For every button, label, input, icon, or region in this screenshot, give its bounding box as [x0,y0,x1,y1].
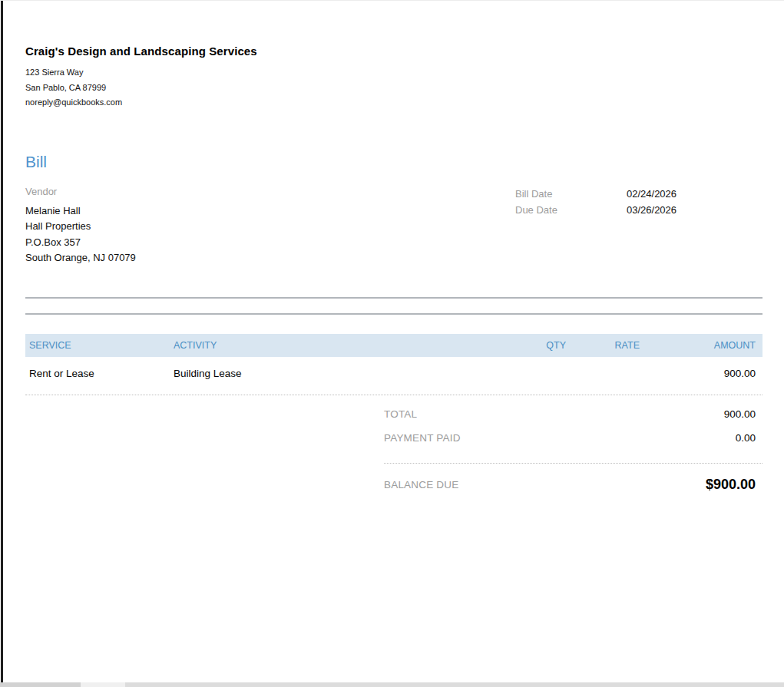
table-header-row: SERVICE ACTIVITY QTY RATE AMOUNT [25,334,762,357]
balance-due-label: BALANCE DUE [384,479,706,490]
vendor-address-line-1: P.O.Box 357 [25,235,136,251]
section-divider [25,297,762,315]
total-value: 900.00 [724,408,762,420]
line-items-table: SERVICE ACTIVITY QTY RATE AMOUNT Rent or… [25,334,762,395]
payment-paid-value: 0.00 [736,432,762,444]
balance-due-value: $900.00 [706,477,762,493]
payment-paid-label: PAYMENT PAID [384,432,736,444]
bill-document: Craig's Design and Landscaping Services … [0,1,784,683]
header-activity: ACTIVITY [174,340,489,351]
cell-rate [566,368,640,379]
cell-service: Rent or Lease [29,368,174,379]
cell-amount: 900.00 [640,368,756,379]
company-address-line-1: 123 Sierra Way [25,65,762,81]
vendor-address-line-2: South Orange, NJ 07079 [25,250,136,266]
company-header: Craig's Design and Landscaping Services … [25,1,762,111]
header-service: SERVICE [29,340,174,351]
cell-activity: Building Lease [174,368,489,379]
total-label: TOTAL [384,408,724,420]
totals-section: TOTAL 900.00 PAYMENT PAID 0.00 BALANCE D… [25,408,762,496]
scrollbar-track-gap [81,682,125,687]
company-email: noreply@quickbooks.com [25,95,762,111]
balance-due-row: BALANCE DUE $900.00 [25,474,762,496]
table-row: Rent or Lease Building Lease 900.00 [25,357,762,395]
company-name: Craig's Design and Landscaping Services [25,45,762,58]
horizontal-scrollbar[interactable] [0,682,784,687]
balance-divider [384,463,762,464]
total-row: TOTAL 900.00 [25,408,762,432]
cell-qty [489,368,566,379]
vendor-name: Melanie Hall [25,203,136,220]
payment-paid-row: PAYMENT PAID 0.00 [25,432,762,456]
scrollbar-thumb[interactable] [0,682,81,687]
bill-date-value: 02/24/2026 [627,186,676,203]
header-qty: QTY [489,340,566,351]
due-date-label: Due Date [515,202,627,219]
company-address-line-2: San Pablo, CA 87999 [25,81,762,96]
vendor-block: Vendor Melanie Hall Hall Properties P.O.… [25,186,136,266]
dates-block: Bill Date 02/24/2026 Due Date 03/26/2026 [515,186,762,219]
page-title: Bill [25,153,762,171]
due-date-value: 03/26/2026 [627,202,676,219]
bill-date-label: Bill Date [515,186,627,203]
vendor-company: Hall Properties [25,219,136,235]
vendor-label: Vendor [25,186,136,197]
header-amount: AMOUNT [640,340,756,351]
header-rate: RATE [566,340,640,351]
